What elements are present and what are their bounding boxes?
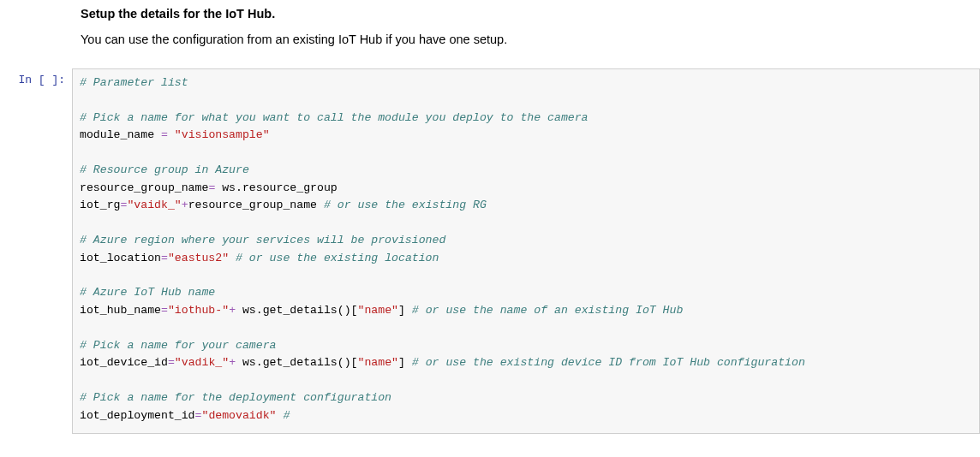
code-operator: = <box>168 356 175 369</box>
code-token: iot_deployment_id <box>80 409 195 422</box>
code-comment: # or use the name of an existing IoT Hub <box>412 304 684 317</box>
input-prompt: In [ ]: <box>0 68 72 434</box>
code-string: "iothub-" <box>168 304 229 317</box>
code-comment: # Resource group in Azure <box>80 163 249 176</box>
section-description: You can use the configuration from an ex… <box>81 33 963 46</box>
code-token: ws.get_details()[ <box>236 356 357 369</box>
code-comment: # Pick a name for the deployment configu… <box>80 391 391 404</box>
code-comment: # Azure IoT Hub name <box>80 286 215 299</box>
page-root: Setup the details for the IoT Hub. You c… <box>0 0 980 434</box>
code-token: ] <box>398 304 412 317</box>
code-comment: # or use the existing location <box>229 252 439 264</box>
code-operator: = <box>161 304 168 317</box>
code-comment: # Azure region where your services will … <box>80 234 445 246</box>
code-operator: + <box>182 199 188 211</box>
code-token: ws.get_details()[ <box>236 304 357 317</box>
code-operator: + <box>229 356 236 369</box>
code-string: "name" <box>358 356 398 369</box>
code-token: ws.resource_group <box>215 181 337 194</box>
code-comment: # Parameter list <box>80 76 188 89</box>
code-token: iot_location <box>80 252 161 264</box>
code-operator: + <box>229 304 236 317</box>
code-token: ] <box>398 356 412 369</box>
code-comment: # or use the existing device ID from IoT… <box>412 356 805 369</box>
code-string: "vaidk_" <box>127 199 181 211</box>
code-token: resource_group_name <box>188 199 324 211</box>
code-comment: # Pick a name for what you want to call … <box>80 111 589 124</box>
code-comment: # <box>277 409 290 422</box>
code-token: resource_group_name <box>80 181 208 194</box>
code-comment: # or use the existing RG <box>324 199 487 211</box>
code-input-area[interactable]: # Parameter list # Pick a name for what … <box>72 68 980 434</box>
code-content[interactable]: # Parameter list # Pick a name for what … <box>80 74 972 424</box>
code-comment: # Pick a name for your camera <box>80 339 277 352</box>
markdown-cell: Setup the details for the IoT Hub. You c… <box>81 0 963 46</box>
code-token: iot_rg <box>80 199 120 211</box>
code-string: "visionsample" <box>175 128 270 141</box>
code-operator: = <box>161 252 168 264</box>
section-heading: Setup the details for the IoT Hub. <box>81 7 963 21</box>
code-string: "eastus2" <box>168 252 229 264</box>
code-token: module_name <box>80 128 161 141</box>
code-string: "vadik_" <box>175 356 229 369</box>
code-token: iot_device_id <box>80 356 168 369</box>
code-string: "name" <box>358 304 398 317</box>
code-cell: In [ ]: # Parameter list # Pick a name f… <box>0 68 980 434</box>
code-token: iot_hub_name <box>80 304 161 317</box>
code-space <box>168 128 175 141</box>
code-string: "demovaidk" <box>201 409 276 422</box>
code-operator: = <box>161 128 168 141</box>
